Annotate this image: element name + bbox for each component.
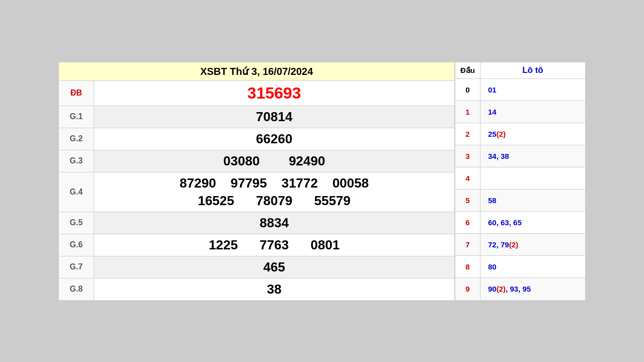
loto-row: 001 [455, 78, 586, 101]
prize-label: G.8 [59, 278, 94, 300]
loto-row: 660, 63, 65 [455, 212, 586, 234]
dau-number: 9 [465, 285, 469, 293]
dau-number: 5 [465, 196, 469, 205]
dau-number: 1 [465, 108, 469, 116]
loto-cell: 34, 38 [480, 145, 586, 167]
loto-value: 60, 63, 65 [488, 218, 522, 227]
prize-row-g1: G.1 70814 [59, 106, 455, 128]
prize-value: 66260 [94, 128, 455, 150]
table-title: XSBT Thứ 3, 16/07/2024 [59, 62, 455, 80]
lottery-table: XSBT Thứ 3, 16/07/2024 ĐB 315693 G.1 708… [58, 62, 455, 301]
loto-cell: 01 [480, 78, 586, 101]
prize-value-g6: 1225 7763 0801 [94, 234, 455, 256]
loto-value: 14 [488, 108, 497, 116]
loto-row: 558 [455, 189, 586, 211]
dau-number: 6 [465, 218, 469, 227]
loto-value: 58 [488, 196, 497, 205]
prize-value: 38 [94, 278, 455, 300]
prize-value: 70814 [94, 106, 455, 128]
loto-row: 772, 79(2) [455, 234, 586, 256]
loto-value: 72, 79 [488, 240, 509, 249]
prize-label: G.1 [59, 106, 94, 128]
header-row: XSBT Thứ 3, 16/07/2024 [59, 62, 455, 80]
dau-cell: 4 [455, 167, 480, 189]
prize-label-g4: G.4 [59, 172, 94, 212]
dau-cell: 5 [455, 189, 480, 211]
dau-cell: 9 [455, 278, 480, 300]
loto-cell: 58 [480, 189, 586, 211]
dau-cell: 8 [455, 256, 480, 278]
loto-value: 90 [488, 285, 497, 293]
loto-cell: 14 [480, 101, 586, 123]
loto-header: Lô tô [480, 62, 586, 78]
loto-cell: 60, 63, 65 [480, 212, 586, 234]
prize-value: 465 [94, 256, 455, 278]
dau-header: Đầu [455, 62, 480, 78]
prize-row-g3: G.3 03080 92490 [59, 150, 455, 172]
dau-number: 8 [465, 262, 469, 271]
loto-cell [480, 167, 586, 189]
prize-label-g3: G.3 [59, 150, 94, 172]
loto-value: 80 [488, 262, 497, 271]
dau-header-label: Đầu [460, 66, 475, 74]
prize-label: G.7 [59, 256, 94, 278]
loto-cell: 25(2) [480, 123, 586, 145]
prize-label: G.5 [59, 212, 94, 234]
dau-number: 2 [465, 130, 469, 138]
prize-row-g7: G.7 465 [59, 256, 455, 278]
loto-row: 4 [455, 167, 586, 189]
dau-cell: 0 [455, 78, 480, 101]
prize-row-g2: G.2 66260 [59, 128, 455, 150]
loto-cell: 80 [480, 256, 586, 278]
loto-value: , 95 [518, 285, 531, 293]
dau-cell: 1 [455, 101, 480, 123]
loto-value: 25 [488, 130, 497, 138]
prize-value-g3: 03080 92490 [94, 150, 455, 172]
loto-row: 990(2), 93, 95 [455, 278, 586, 300]
loto-row: 114 [455, 101, 586, 123]
loto-value-blue: 93 [510, 285, 518, 293]
prize-value-g4: 87290 97795 31772 00058 16525 78079 5557… [94, 172, 455, 212]
dau-number: 3 [465, 152, 469, 160]
loto-value: 34, 38 [488, 152, 509, 160]
loto-header-label: Lô tô [522, 65, 543, 75]
loto-cell: 72, 79(2) [480, 234, 586, 256]
prize-label-db: ĐB [59, 80, 94, 106]
dau-cell: 2 [455, 123, 480, 145]
prize-row-g4: G.4 87290 97795 31772 00058 16525 78079 … [59, 172, 455, 212]
loto-value-red: (2) [497, 130, 506, 138]
prize-label-g6: G.6 [59, 234, 94, 256]
prize-row-g6: G.6 1225 7763 0801 [59, 234, 455, 256]
prize-value-db: 315693 [94, 80, 455, 106]
loto-row: 880 [455, 256, 586, 278]
loto-header-row: Đầu Lô tô [455, 62, 586, 78]
dau-cell: 3 [455, 145, 480, 167]
prize-label: G.2 [59, 128, 94, 150]
loto-cell: 90(2), 93, 95 [480, 278, 586, 300]
prize-row-g5: G.5 8834 [59, 212, 455, 234]
loto-row: 334, 38 [455, 145, 586, 167]
dau-number: 7 [465, 240, 469, 249]
prize-value: 8834 [94, 212, 455, 234]
prize-row-db: ĐB 315693 [59, 80, 455, 106]
loto-value-red: (2) [509, 240, 518, 249]
main-container: XSBT Thứ 3, 16/07/2024 ĐB 315693 G.1 708… [58, 61, 586, 301]
prize-row-g8: G.8 38 [59, 278, 455, 300]
loto-value-red: (2) [497, 285, 506, 293]
loto-value: 01 [488, 85, 497, 94]
dau-cell: 7 [455, 234, 480, 256]
dau-cell: 6 [455, 212, 480, 234]
loto-table: Đầu Lô tô 001114225(2)334, 384558660, 63… [455, 62, 586, 301]
dau-number: 4 [465, 174, 469, 183]
loto-row: 225(2) [455, 123, 586, 145]
